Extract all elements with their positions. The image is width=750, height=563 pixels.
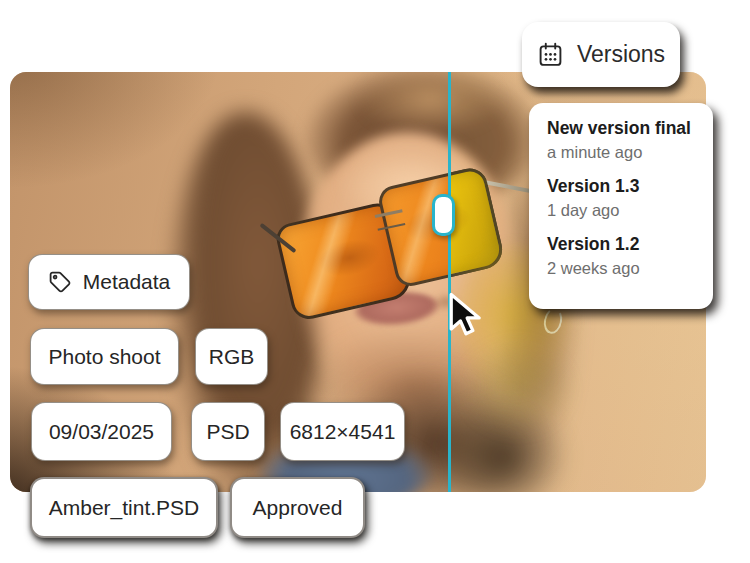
versions-button-label: Versions xyxy=(577,41,665,68)
version-entry[interactable]: Version 1.2 2 weeks ago xyxy=(547,233,713,279)
compare-slider-handle[interactable] xyxy=(432,194,455,236)
tag-chip-status[interactable]: Approved xyxy=(230,477,365,538)
tag-chip-date[interactable]: 09/03/2025 xyxy=(31,402,172,461)
tag-chip-filename[interactable]: Amber_tint.PSD xyxy=(30,477,218,538)
version-name: Version 1.3 xyxy=(547,175,713,197)
tag-icon xyxy=(48,270,72,294)
version-name: New version final xyxy=(547,117,713,139)
metadata-button-label: Metadata xyxy=(83,270,171,294)
version-time: a minute ago xyxy=(547,141,713,163)
after-cheek-glow-dark xyxy=(461,340,573,435)
version-entry[interactable]: Version 1.3 1 day ago xyxy=(547,175,713,221)
version-time: 1 day ago xyxy=(547,199,713,221)
tag-chip-color-mode[interactable]: RGB xyxy=(195,328,268,385)
versions-panel: New version final a minute ago Version 1… xyxy=(529,103,713,309)
tag-chip-file-type[interactable]: PSD xyxy=(191,402,265,461)
tag-chip-photo-shoot[interactable]: Photo shoot xyxy=(30,328,179,385)
version-entry[interactable]: New version final a minute ago xyxy=(547,117,713,163)
versions-button[interactable]: Versions xyxy=(522,22,680,87)
calendar-icon xyxy=(537,41,564,68)
cursor-arrow-icon xyxy=(447,292,485,338)
tag-chip-dimensions[interactable]: 6812×4541 xyxy=(280,402,405,461)
metadata-button[interactable]: Metadata xyxy=(28,254,190,310)
version-name: Version 1.2 xyxy=(547,233,713,255)
compare-divider-line xyxy=(448,72,451,492)
version-time: 2 weeks ago xyxy=(547,257,713,279)
